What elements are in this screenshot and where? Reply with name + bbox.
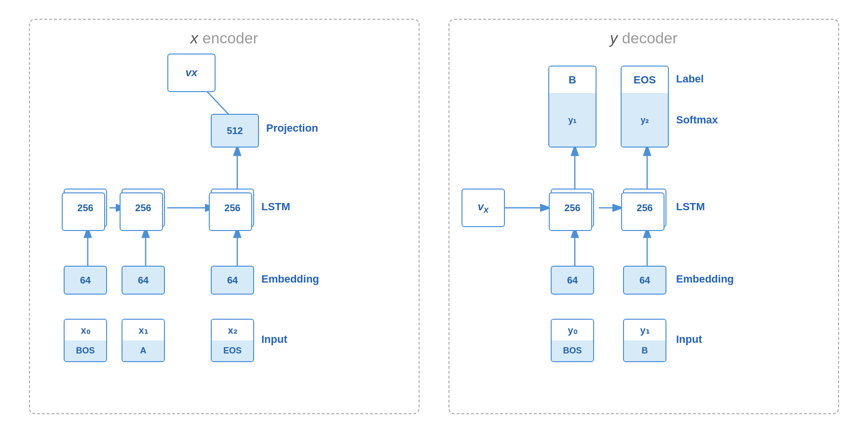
- encoder-inp0-label: BOS: [65, 340, 106, 361]
- encoder-inp1-subscript: x₁: [122, 320, 164, 340]
- decoder-emb1: 64: [623, 266, 666, 295]
- encoder-lstm1: 256: [122, 189, 165, 227]
- encoder-title: x encoder: [190, 29, 258, 47]
- decoder-box: y decoder vx: [448, 19, 839, 414]
- decoder-title: y decoder: [610, 29, 678, 47]
- decoder-input-label: Input: [676, 333, 702, 346]
- decoder-out2-sublabel: y₂: [622, 93, 668, 147]
- decoder-out2-label: EOS: [622, 67, 668, 93]
- encoder-inp2-subscript: x₂: [212, 320, 253, 340]
- decoder-embedding-label: Embedding: [676, 273, 734, 285]
- encoder-lstm-label: LSTM: [261, 201, 290, 213]
- encoder-inp0-subscript: x₀: [65, 320, 106, 340]
- encoder-emb0: 64: [64, 266, 107, 295]
- decoder-emb0: 64: [551, 266, 594, 295]
- decoder-out1: B y₁: [548, 66, 597, 148]
- decoder-softmax-label: Softmax: [676, 114, 718, 126]
- encoder-inp0: x₀ BOS: [64, 319, 107, 362]
- encoder-inp1: x₁ A: [122, 319, 165, 362]
- decoder-inp0: y₀ BOS: [551, 319, 594, 362]
- encoder-embedding-label: Embedding: [261, 273, 319, 285]
- decoder-inp0-subscript: y₀: [552, 320, 593, 340]
- encoder-input-label: Input: [261, 333, 287, 346]
- decoder-inp1-label: B: [624, 340, 665, 361]
- decoder-inp0-label: BOS: [552, 340, 593, 361]
- encoder-projection-label: Projection: [266, 122, 318, 135]
- decoder-lstm2: 256: [623, 189, 666, 227]
- encoder-lstm0: 256: [64, 189, 107, 227]
- encoder-lstm2: 256: [211, 189, 254, 227]
- decoder-label-label: Label: [676, 73, 704, 85]
- encoder-emb2: 64: [211, 266, 254, 295]
- encoder-proj-node: 512: [211, 114, 259, 148]
- encoder-vx-node: vx: [167, 54, 216, 92]
- decoder-lstm-label: LSTM: [676, 201, 705, 213]
- decoder-out2: EOS y₂: [621, 66, 669, 148]
- encoder-inp2: x₂ EOS: [211, 319, 254, 362]
- decoder-inp1: y₁ B: [623, 319, 666, 362]
- main-container: x encoder: [0, 0, 868, 433]
- encoder-inp2-label: EOS: [212, 340, 253, 361]
- encoder-box: x encoder: [29, 19, 420, 414]
- decoder-vx-node: vx: [461, 189, 505, 227]
- encoder-inp1-label: A: [122, 340, 164, 361]
- decoder-inp1-subscript: y₁: [624, 320, 665, 340]
- decoder-out1-sublabel: y₁: [549, 93, 596, 147]
- decoder-lstm1: 256: [551, 189, 594, 227]
- encoder-emb1: 64: [122, 266, 165, 295]
- decoder-out1-label: B: [549, 67, 596, 93]
